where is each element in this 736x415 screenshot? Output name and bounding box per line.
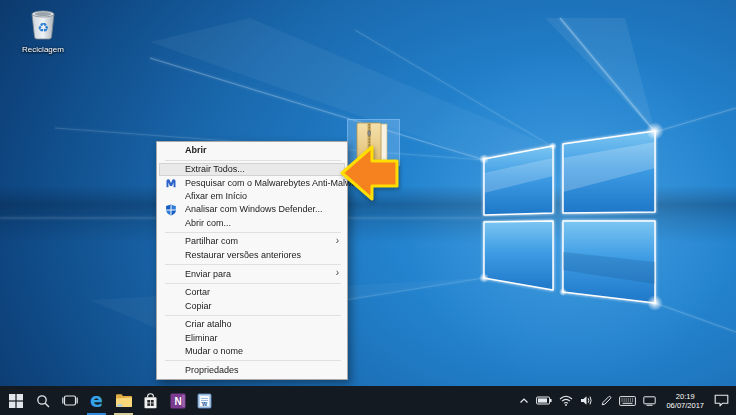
menu-separator	[165, 283, 341, 284]
recycle-bin-label: Reciclagem	[14, 45, 72, 54]
menu-separator	[165, 160, 341, 161]
chevron-up-icon	[519, 397, 529, 405]
clock-date: 06/07/2017	[666, 401, 704, 410]
recycle-bin-icon: ♻	[28, 8, 58, 40]
clock-time: 20:19	[666, 392, 704, 401]
menu-item-label: Partilhar com	[185, 236, 238, 246]
menu-item-label: Afixar em Início	[185, 191, 247, 201]
malwarebytes-icon	[165, 177, 177, 189]
tray-chevron-button[interactable]	[519, 386, 529, 415]
search-icon	[36, 394, 50, 408]
store-icon	[143, 393, 158, 409]
menu-item-label: Abrir	[185, 145, 207, 155]
menu-item-label: Eliminar	[185, 333, 218, 343]
context-menu: AbrirExtrair Todos... Pesquisar com o Ma…	[156, 141, 348, 380]
menu-item-abrir[interactable]: Abrir	[159, 144, 345, 157]
orange-left-arrow	[335, 140, 405, 205]
recycle-bin[interactable]: ♻ Reciclagem	[14, 8, 72, 54]
system-tray: 20:19 06/07/2017	[519, 386, 736, 415]
battery-button[interactable]	[536, 386, 552, 415]
svg-text:♻: ♻	[37, 20, 49, 35]
submenu-chevron-icon: ›	[336, 269, 339, 278]
menu-item-pesquisar-com-o-malwarebytes-anti-malware[interactable]: Pesquisar com o Malwarebytes Anti-Malwar…	[159, 176, 345, 189]
onenote-icon: N	[170, 393, 186, 409]
action-center-icon	[714, 394, 729, 407]
touch-keyboard-icon	[619, 396, 636, 406]
file-explorer-button[interactable]	[110, 386, 137, 415]
start-button[interactable]	[2, 386, 29, 415]
battery-icon	[536, 396, 552, 405]
menu-item-label: Abrir com...	[185, 218, 231, 228]
menu-item-label: Enviar para	[185, 269, 231, 279]
touch-keyboard-button[interactable]	[619, 386, 636, 415]
menu-separator	[165, 360, 341, 361]
menu-item-label: Cortar	[185, 287, 210, 297]
pen-button[interactable]	[600, 386, 612, 415]
menu-separator	[165, 315, 341, 316]
taskbar-clock[interactable]: 20:19 06/07/2017	[663, 392, 707, 410]
speaker-icon	[580, 395, 593, 406]
display-icon	[643, 396, 656, 406]
edge-button[interactable]: e	[83, 386, 110, 415]
edge-icon: e	[90, 391, 103, 410]
volume-button[interactable]	[580, 386, 593, 415]
svg-text:N: N	[174, 395, 181, 406]
menu-item-label: Copiar	[185, 301, 212, 311]
menu-item-cortar[interactable]: Cortar	[159, 286, 345, 299]
word-icon: W	[197, 393, 212, 409]
menu-item-copiar[interactable]: Copiar	[159, 299, 345, 312]
menu-item-mudar-o-nome[interactable]: Mudar o nome	[159, 345, 345, 358]
word-button[interactable]: W	[191, 386, 218, 415]
store-button[interactable]	[137, 386, 164, 415]
menu-item-restaurar-versoes-anteriores[interactable]: Restaurar versões anteriores	[159, 248, 345, 261]
submenu-chevron-icon: ›	[336, 237, 339, 246]
wifi-icon	[559, 395, 573, 406]
menu-item-label: Extrair Todos...	[185, 164, 245, 174]
defender-icon	[165, 204, 177, 216]
menu-item-label: Mudar o nome	[185, 346, 243, 356]
menu-item-extrair-todos[interactable]: Extrair Todos...	[159, 163, 345, 176]
menu-item-eliminar[interactable]: Eliminar	[159, 331, 345, 344]
menu-item-afixar-em-inicio[interactable]: Afixar em Início	[159, 190, 345, 203]
windows-start-icon	[9, 394, 23, 408]
menu-item-propriedades[interactable]: Propriedades	[159, 364, 345, 377]
menu-item-label: Analisar com Windows Defender...	[185, 204, 323, 214]
menu-item-analisar-com-windows-defender[interactable]: Analisar com Windows Defender...	[159, 203, 345, 216]
wifi-button[interactable]	[559, 386, 573, 415]
pen-icon	[600, 395, 612, 407]
task-view-icon	[62, 394, 78, 407]
onenote-button[interactable]: N	[164, 386, 191, 415]
taskbar-app-area: e	[0, 386, 218, 415]
task-view-button[interactable]	[56, 386, 83, 415]
search-button[interactable]	[29, 386, 56, 415]
menu-item-criar-atalho[interactable]: Criar atalho	[159, 318, 345, 331]
action-center-button[interactable]	[714, 386, 729, 415]
menu-item-abrir-com[interactable]: Abrir com...	[159, 216, 345, 229]
windows-desktop-screen: ♻ Reciclagem AbrirExtrair Todos...	[0, 0, 736, 415]
file-explorer-icon	[115, 393, 133, 408]
menu-item-label: Propriedades	[185, 365, 239, 375]
menu-item-enviar-para[interactable]: Enviar para›	[159, 267, 345, 280]
menu-item-partilhar-com[interactable]: Partilhar com›	[159, 235, 345, 248]
svg-text:W: W	[202, 401, 208, 407]
menu-separator	[165, 264, 341, 265]
menu-item-label: Criar atalho	[185, 319, 232, 329]
menu-separator	[165, 232, 341, 233]
menu-item-label: Restaurar versões anteriores	[185, 250, 301, 260]
taskbar: e	[0, 386, 736, 415]
display-button[interactable]	[643, 386, 656, 415]
